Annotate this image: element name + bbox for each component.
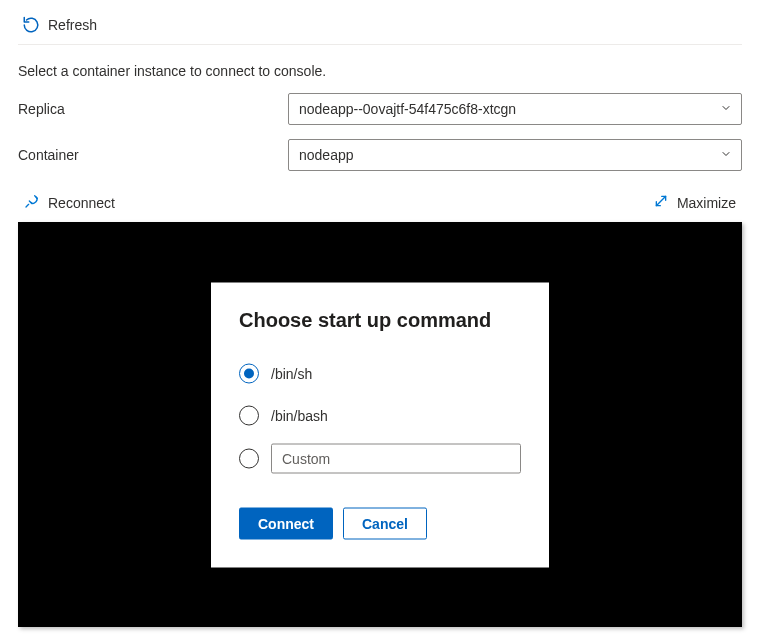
replica-label: Replica — [18, 101, 288, 117]
custom-command-input[interactable] — [271, 443, 521, 473]
replica-select[interactable]: nodeapp--0ovajtf-54f475c6f8-xtcgn — [288, 93, 742, 125]
radio-custom[interactable] — [239, 448, 259, 468]
console-actions: Reconnect Maximize — [20, 191, 740, 214]
plug-icon — [24, 193, 40, 212]
refresh-label: Refresh — [48, 17, 97, 33]
dialog-title: Choose start up command — [239, 308, 521, 331]
maximize-button[interactable]: Maximize — [649, 191, 740, 214]
replica-select-wrap: nodeapp--0ovajtf-54f475c6f8-xtcgn — [288, 93, 742, 125]
maximize-label: Maximize — [677, 195, 736, 211]
instructions-text: Select a container instance to connect t… — [18, 63, 742, 79]
reconnect-label: Reconnect — [48, 195, 115, 211]
console-terminal[interactable]: Choose start up command /bin/sh /bin/bas… — [18, 222, 742, 627]
radio-row-binsh: /bin/sh — [239, 359, 521, 387]
top-toolbar: Refresh — [18, 10, 742, 45]
reconnect-button[interactable]: Reconnect — [20, 191, 119, 214]
connect-button[interactable]: Connect — [239, 507, 333, 539]
startup-command-dialog: Choose start up command /bin/sh /bin/bas… — [211, 282, 549, 567]
container-select[interactable]: nodeapp — [288, 139, 742, 171]
svg-line-0 — [656, 196, 665, 205]
refresh-button[interactable]: Refresh — [18, 14, 101, 36]
dialog-actions: Connect Cancel — [239, 507, 521, 539]
replica-row: Replica nodeapp--0ovajtf-54f475c6f8-xtcg… — [18, 93, 742, 125]
container-select-wrap: nodeapp — [288, 139, 742, 171]
radio-row-binbash: /bin/bash — [239, 401, 521, 429]
radio-row-custom — [239, 443, 521, 473]
radio-binbash[interactable] — [239, 405, 259, 425]
container-row: Container nodeapp — [18, 139, 742, 171]
container-label: Container — [18, 147, 288, 163]
refresh-icon — [22, 16, 40, 34]
radio-binsh[interactable] — [239, 363, 259, 383]
radio-binsh-label[interactable]: /bin/sh — [271, 365, 312, 381]
cancel-button[interactable]: Cancel — [343, 507, 427, 539]
maximize-icon — [653, 193, 669, 212]
radio-binbash-label[interactable]: /bin/bash — [271, 407, 328, 423]
